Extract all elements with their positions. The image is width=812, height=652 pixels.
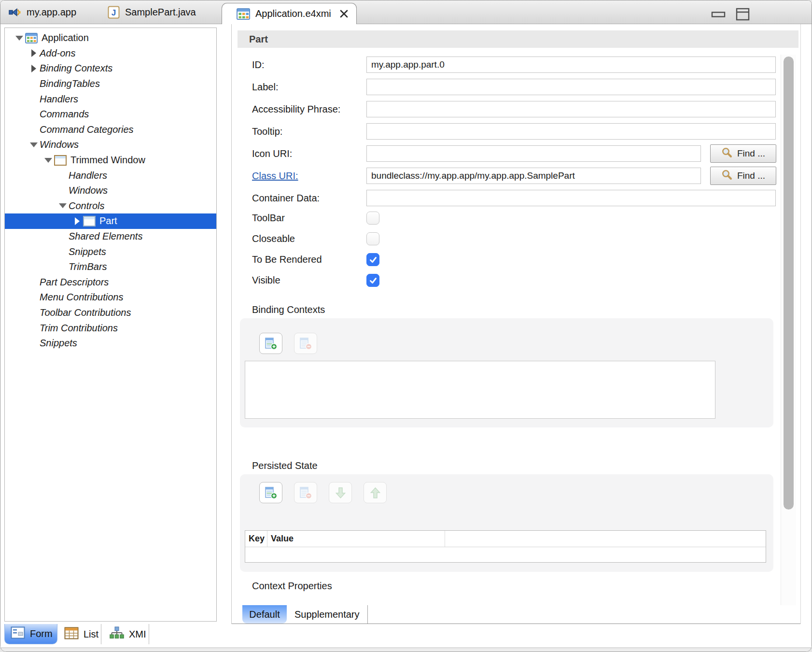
binding-contexts-title: Binding Contexts [252,304,791,315]
minimize-icon[interactable] [711,7,726,21]
collapse-arrow-icon[interactable] [28,49,40,57]
tree-item-window-handlers[interactable]: Handlers [5,168,216,183]
class-uri-link[interactable]: Class URI: [252,170,366,182]
expand-arrow-icon[interactable] [14,36,25,41]
list-icon [64,627,79,642]
icon-uri-input[interactable] [366,145,701,162]
tab-label: List [84,629,98,640]
tab-default[interactable]: Default [242,605,287,624]
tree-item-windows[interactable]: Windows [5,137,216,153]
tab-label: Application.e4xmi [255,8,331,19]
form-scrollbar-track[interactable] [781,55,796,605]
label-input[interactable] [366,79,776,95]
closeable-checkbox[interactable] [366,232,379,245]
expand-arrow-icon[interactable] [42,158,54,163]
window-icon [54,155,67,166]
tree-item-application[interactable]: Application [5,30,216,46]
context-properties-title: Context Properties [252,581,791,592]
tab-label: XMI [129,629,146,640]
tab-samplepart-java[interactable]: J SamplePart.java [108,0,196,24]
tree-item-handlers[interactable]: Handlers [5,91,216,107]
tree-item-label: Handlers [69,170,107,181]
expand-arrow-icon[interactable] [28,142,40,147]
tab-my-app-app[interactable]: my.app.app [8,0,76,24]
tab-separator [149,624,149,644]
expand-arrow-icon[interactable] [57,203,69,208]
tree-item-menu-contributions[interactable]: Menu Contributions [5,290,216,305]
tree-item-controls[interactable]: Controls [5,198,216,214]
tree-item-label: Trimmed Window [70,155,145,166]
tree-item-toolbar-contributions[interactable]: Toolbar Contributions [5,305,216,321]
part-detail-form: Part ID: Label: Accessibility Phrase: To… [231,24,801,624]
tab-separator [101,624,101,644]
label-label: Label: [252,82,366,93]
page-title: Part [238,30,798,48]
tree-item-trim-contributions[interactable]: Trim Contributions [5,320,216,336]
tab-label: Form [30,628,53,639]
tree-item-window-snippets[interactable]: Snippets [5,244,216,259]
plugin-icon [8,6,21,19]
tree-item-label: Handlers [40,94,78,105]
remove-item-icon[interactable] [294,482,317,503]
tab-application-e4xmi[interactable]: Application.e4xmi [222,3,357,24]
add-item-icon[interactable] [259,482,282,503]
tab-form[interactable]: Form [4,624,57,644]
tree-item-part-descriptors[interactable]: Part Descriptors [5,275,216,290]
tree-item-trimbars[interactable]: TrimBars [5,259,216,275]
find-icon [721,147,733,161]
tree-item-bindingtables[interactable]: BindingTables [5,76,216,92]
collapse-arrow-icon[interactable] [28,65,40,72]
tree-item-label: Shared Elements [69,231,142,242]
tree-item-part[interactable]: Part [5,213,216,229]
tree-item-shared-elements[interactable]: Shared Elements [5,229,216,244]
move-down-icon[interactable] [329,482,352,503]
tree-item-snippets[interactable]: Snippets [5,336,216,351]
editor-main-area: Application Add-ons Binding Contexts Bin… [0,24,812,624]
visible-checkbox[interactable] [366,274,379,287]
xmi-icon [110,626,124,642]
accessibility-phrase-input[interactable] [366,101,776,117]
move-up-icon[interactable] [364,482,387,503]
close-icon[interactable] [338,8,350,19]
toolbar-checkbox[interactable] [366,212,379,225]
icon-uri-find-button[interactable]: Find ... [710,144,776,163]
form-fields: ID: Label: Accessibility Phrase: Tooltip… [252,56,791,592]
class-uri-find-button[interactable]: Find ... [710,167,776,185]
tree-item-command-categories[interactable]: Command Categories [5,122,216,138]
add-item-icon[interactable] [259,333,282,354]
persisted-state-table[interactable]: Key Value [245,530,766,563]
tab-label: SamplePart.java [125,7,196,18]
tree-item-window-windows[interactable]: Windows [5,183,216,198]
collapse-arrow-icon[interactable] [71,217,83,225]
binding-contexts-list[interactable] [245,361,715,419]
class-uri-row: Class URI: Find ... [252,167,791,184]
tree-item-add-ons[interactable]: Add-ons [5,46,216,61]
tooltip-input[interactable] [366,123,776,140]
id-row: ID: [252,56,791,73]
tooltip-label: Tooltip: [252,126,366,137]
value-column-header[interactable]: Value [267,531,445,547]
class-uri-input[interactable] [366,168,701,184]
table-empty-body[interactable] [245,547,766,562]
tab-xmi[interactable]: XMI [104,624,152,644]
find-button-label: Find ... [737,148,765,159]
tree-item-trimmed-window[interactable]: Trimmed Window [5,153,216,168]
tree-item-binding-contexts[interactable]: Binding Contexts [5,61,216,76]
tab-supplementary[interactable]: Supplementary [287,605,368,624]
persisted-state-panel: Key Value [240,474,773,572]
remove-item-icon[interactable] [294,333,317,354]
to-be-rendered-checkbox[interactable] [366,253,379,266]
tree-item-commands[interactable]: Commands [5,107,216,122]
container-data-input[interactable] [366,190,776,206]
binding-contexts-toolbar [259,333,773,354]
tab-list[interactable]: List [58,624,104,644]
view-window-controls [711,7,750,21]
form-scrollbar-thumb[interactable] [784,57,794,510]
key-column-header[interactable]: Key [245,531,267,547]
tab-label: my.app.app [27,7,76,18]
tree-item-label: Part Descriptors [40,277,109,288]
java-file-icon: J [108,6,120,19]
id-input[interactable] [366,57,776,73]
maximize-icon[interactable] [735,7,750,21]
container-data-row: Container Data: [252,189,791,207]
